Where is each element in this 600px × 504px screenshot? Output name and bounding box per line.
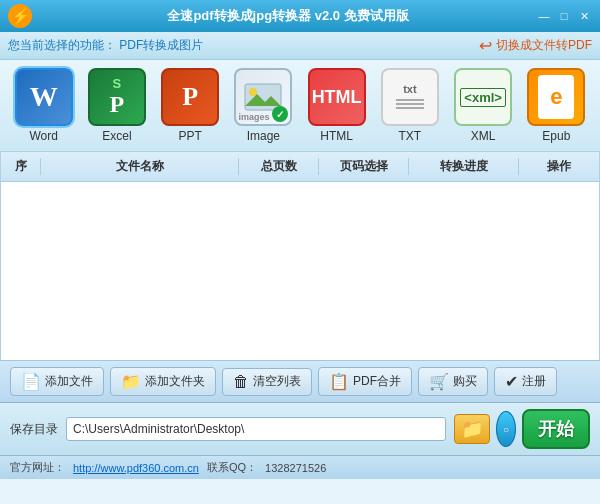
format-icon-word[interactable]: W Word — [10, 68, 77, 143]
file-table: 序 文件名称 总页数 页码选择 转换进度 操作 — [0, 152, 600, 360]
svg-point-1 — [249, 88, 257, 96]
html-label: HTML — [320, 129, 353, 143]
txt-icon: txt — [381, 68, 439, 126]
title-bar-title: 全速pdf转换成jpg转换器 v2.0 免费试用版 — [40, 7, 536, 25]
switch-icon: ↩ — [479, 36, 492, 55]
toolbar-label: 您当前选择的功能： PDF转换成图片 — [8, 37, 203, 54]
title-bar: ⚡ 全速pdf转换成jpg转换器 v2.0 免费试用版 — □ ✕ — [0, 0, 600, 32]
qq-label: 联系QQ： — [207, 460, 257, 475]
ppt-icon: P — [161, 68, 219, 126]
col-page-select: 页码选择 — [319, 158, 409, 175]
word-label: Word — [29, 129, 57, 143]
format-icon-txt[interactable]: txt TXT — [376, 68, 443, 143]
switch-to-pdf-button[interactable]: ↩ 切换成文件转PDF — [479, 36, 592, 55]
epub-label: Epub — [542, 129, 570, 143]
format-icon-ppt[interactable]: P PPT — [157, 68, 224, 143]
register-icon: ✔ — [505, 372, 518, 391]
image-label: Image — [247, 129, 280, 143]
start-area: 📁 ○ 开始 — [454, 409, 590, 449]
table-header: 序 文件名称 总页数 页码选择 转换进度 操作 — [1, 152, 599, 182]
bottom-bar: 📄 添加文件 📁 添加文件夹 🗑 清空列表 📋 PDF合并 🛒 购买 ✔ 注册 — [0, 360, 600, 403]
xml-label: XML — [471, 129, 496, 143]
format-icon-html[interactable]: HTML HTML — [303, 68, 370, 143]
buy-button[interactable]: 🛒 购买 — [418, 367, 488, 396]
current-function: PDF转换成图片 — [119, 38, 203, 52]
qq-number: 1328271526 — [265, 462, 326, 474]
pdf-merge-icon: 📋 — [329, 372, 349, 391]
progress-circle: ○ — [496, 411, 516, 447]
minimize-button[interactable]: — — [536, 8, 552, 24]
start-button[interactable]: 开始 — [522, 409, 590, 449]
excel-icon: S P — [88, 68, 146, 126]
website-label: 官方网址： — [10, 460, 65, 475]
add-file-button[interactable]: 📄 添加文件 — [10, 367, 104, 396]
website-link[interactable]: http://www.pdf360.com.cn — [73, 462, 199, 474]
col-index: 序 — [1, 158, 41, 175]
image-icon: ✓ images — [234, 68, 292, 126]
xml-icon: <xml> — [454, 68, 512, 126]
col-pages: 总页数 — [239, 158, 319, 175]
register-button[interactable]: ✔ 注册 — [494, 367, 557, 396]
format-icon-xml[interactable]: <xml> XML — [450, 68, 517, 143]
add-file-icon: 📄 — [21, 372, 41, 391]
col-action: 操作 — [519, 158, 599, 175]
save-path-row: 保存目录 📁 ○ 开始 — [0, 403, 600, 455]
html-icon: HTML — [308, 68, 366, 126]
maximize-button[interactable]: □ — [556, 8, 572, 24]
excel-label: Excel — [102, 129, 131, 143]
status-bar: 官方网址： http://www.pdf360.com.cn 联系QQ： 132… — [0, 455, 600, 479]
clear-list-icon: 🗑 — [233, 373, 249, 391]
epub-icon: e — [527, 68, 585, 126]
word-icon: W — [15, 68, 73, 126]
clear-list-button[interactable]: 🗑 清空列表 — [222, 368, 312, 396]
save-path-input[interactable] — [66, 417, 446, 441]
col-filename: 文件名称 — [41, 158, 239, 175]
format-icon-epub[interactable]: e Epub — [523, 68, 590, 143]
close-button[interactable]: ✕ — [576, 8, 592, 24]
buy-icon: 🛒 — [429, 372, 449, 391]
pdf-merge-button[interactable]: 📋 PDF合并 — [318, 367, 412, 396]
folder-browse-button[interactable]: 📁 — [454, 414, 490, 444]
window-controls: — □ ✕ — [536, 8, 592, 24]
icon-bar: W Word S P Excel P PPT ✓ — [0, 60, 600, 152]
add-folder-button[interactable]: 📁 添加文件夹 — [110, 367, 216, 396]
app-logo: ⚡ — [8, 4, 32, 28]
ppt-label: PPT — [178, 129, 201, 143]
save-path-label: 保存目录 — [10, 421, 58, 438]
table-body — [1, 182, 599, 360]
col-progress: 转换进度 — [409, 158, 519, 175]
add-folder-icon: 📁 — [121, 372, 141, 391]
txt-label: TXT — [399, 129, 422, 143]
format-icon-excel[interactable]: S P Excel — [83, 68, 150, 143]
format-icon-image[interactable]: ✓ images Image — [230, 68, 297, 143]
toolbar-row: 您当前选择的功能： PDF转换成图片 ↩ 切换成文件转PDF — [0, 32, 600, 60]
